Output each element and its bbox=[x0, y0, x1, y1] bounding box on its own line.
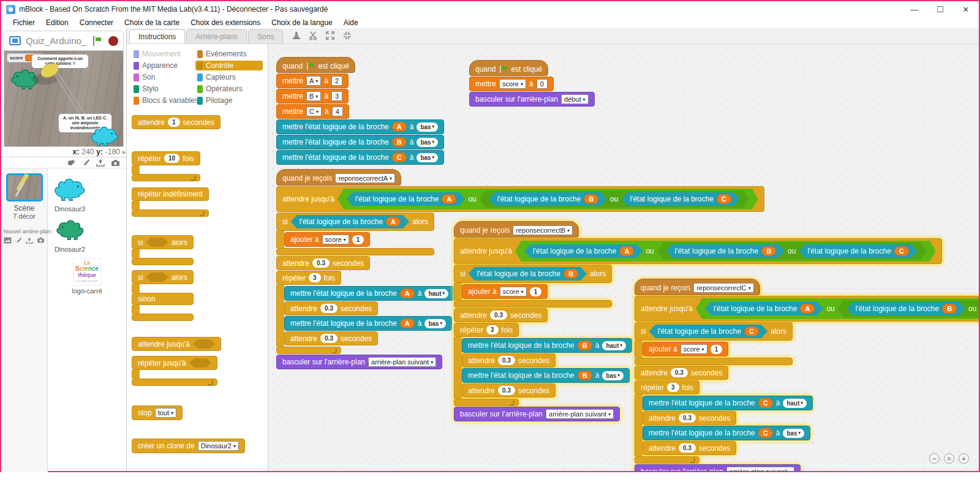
block-number-input[interactable]: 0.3 bbox=[679, 443, 696, 453]
scratch-block[interactable]: sil'état logique de la brocheBalors bbox=[454, 265, 612, 283]
block-dropdown[interactable]: reponsecorrectC▾ bbox=[693, 283, 753, 293]
sensor-hex-block[interactable]: l'état logique de la brocheC bbox=[621, 192, 739, 206]
operator-or-block[interactable]: l'état logique de la brocheAoul'état log… bbox=[337, 189, 758, 209]
sensor-hex-block[interactable]: l'état logique de la brocheA bbox=[291, 215, 409, 228]
sensor-hex-block[interactable]: l'état logique de la brocheB bbox=[847, 302, 965, 315]
camera-icon[interactable] bbox=[111, 159, 120, 167]
variable-oval[interactable]: A bbox=[619, 246, 634, 256]
block-dropdown[interactable]: reponsecorrectA▾ bbox=[335, 173, 395, 183]
variable-oval[interactable]: C bbox=[758, 428, 773, 438]
variable-oval[interactable]: B bbox=[761, 246, 776, 256]
scratch-block[interactable]: sil'état logique de la brocheCalors bbox=[635, 322, 793, 341]
scratch-block[interactable]: attendre0.3secondes bbox=[643, 441, 736, 455]
menu-item[interactable]: Choix de la carte bbox=[119, 18, 185, 27]
scratch-block[interactable]: répéter jusqu'à bbox=[132, 356, 217, 370]
palette-block[interactable]: répéter jusqu'à bbox=[132, 356, 217, 386]
scratch-block[interactable]: attendre0.3secondes bbox=[454, 308, 548, 322]
block-number-input[interactable]: 1 bbox=[710, 345, 723, 354]
script-canvas[interactable]: − = + quandest cliquémettreA▾à2mettreB▾à… bbox=[268, 44, 979, 471]
sensor-hex-block[interactable]: l'état logique de la brocheA bbox=[524, 244, 643, 258]
menu-item[interactable]: Choix des extensions bbox=[185, 18, 266, 27]
block-dropdown[interactable]: Dinosaur2▾ bbox=[198, 441, 239, 451]
scratch-block[interactable]: répéter10fois bbox=[132, 151, 200, 165]
dinosaur3-sprite[interactable] bbox=[89, 123, 121, 147]
scratch-block[interactable]: basculer sur l'arrière-plandébut▾ bbox=[469, 92, 595, 107]
scratch-block[interactable]: quand je reçoisreponsecorrectB▾ bbox=[454, 221, 579, 238]
scratch-c-block[interactable]: répéter3foismettre l'état logique de la … bbox=[454, 323, 632, 406]
camera-backdrop-icon[interactable] bbox=[37, 237, 45, 243]
scratch-block[interactable]: mettre l'état logique de la brocheAàhaut… bbox=[284, 286, 454, 301]
category-apparence[interactable]: Apparence bbox=[132, 61, 195, 70]
variable-oval[interactable]: B bbox=[564, 269, 578, 279]
tab-arrière-plans[interactable]: Arrière-plans bbox=[186, 29, 247, 43]
scratch-block[interactable]: attendre jusqu'àl'état logique de la bro… bbox=[276, 186, 764, 212]
boolean-slot[interactable] bbox=[189, 358, 211, 367]
paint-brush-icon[interactable] bbox=[82, 159, 90, 167]
block-dropdown[interactable]: bas▾ bbox=[783, 429, 804, 438]
variable-oval[interactable]: C bbox=[894, 246, 909, 256]
script-4[interactable]: quand je reçoisreponsecorrectC▾attendre … bbox=[635, 278, 979, 471]
category-capteurs[interactable]: Capteurs bbox=[195, 72, 263, 82]
menu-item[interactable]: Connecter bbox=[74, 18, 119, 27]
scissors-icon[interactable] bbox=[309, 31, 318, 40]
category-ev-nements[interactable]: Evénements bbox=[195, 49, 263, 59]
block-number-input[interactable]: 4 bbox=[332, 107, 343, 116]
upload-backdrop-icon[interactable] bbox=[26, 237, 33, 244]
block-number-input[interactable]: 1 bbox=[352, 235, 364, 244]
tab-instructions[interactable]: Instructions bbox=[129, 29, 185, 43]
stage-view[interactable]: score 0 Comment appelle-t-on cette lumiè… bbox=[4, 50, 124, 147]
sensor-hex-block[interactable]: l'état logique de la brocheA bbox=[347, 192, 465, 206]
block-number-input[interactable]: 0.3 bbox=[498, 356, 515, 365]
category-blocs-variables[interactable]: Blocs & variables bbox=[132, 96, 195, 105]
sprite-item-logo[interactable]: La Science thèque Les objets du savoir l… bbox=[51, 258, 123, 295]
green-flag-icon[interactable] bbox=[91, 36, 104, 47]
scratch-block[interactable]: répéter3fois bbox=[635, 380, 699, 394]
block-dropdown[interactable]: haut▾ bbox=[783, 399, 807, 408]
category-stylo[interactable]: Stylo bbox=[132, 84, 195, 94]
scratch-block[interactable]: mettre l'état logique de la brocheCàhaut… bbox=[643, 396, 813, 410]
operator-or-block[interactable]: l'état logique de la brocheAoul'état log… bbox=[515, 241, 936, 262]
boolean-slot[interactable] bbox=[146, 238, 168, 247]
scratch-block[interactable]: ajouter àscore▾1 bbox=[462, 284, 548, 299]
menu-item[interactable]: Aide bbox=[338, 18, 364, 27]
sensor-hex-block[interactable]: l'état logique de la brocheB bbox=[469, 267, 587, 281]
variable-oval[interactable]: B bbox=[578, 341, 592, 350]
block-number-input[interactable]: 0 bbox=[537, 79, 548, 89]
variable-oval[interactable]: B bbox=[584, 194, 598, 204]
palette-block[interactable]: stoptout▾ bbox=[132, 405, 183, 420]
scratch-block[interactable]: basculer sur l'arrière-planarrière-plan … bbox=[454, 407, 620, 421]
block-number-input[interactable]: 0.3 bbox=[490, 311, 507, 320]
paint-backdrop-icon[interactable] bbox=[15, 237, 22, 244]
block-dropdown[interactable]: B▾ bbox=[306, 91, 321, 101]
block-dropdown[interactable]: bas▾ bbox=[417, 122, 438, 132]
block-number-input[interactable]: 0.3 bbox=[312, 258, 330, 268]
sprite-item-dinosaur2[interactable]: Dinosaur2 bbox=[51, 213, 89, 253]
scratch-block[interactable]: quandest cliqué bbox=[469, 60, 548, 76]
block-dropdown[interactable]: score▾ bbox=[499, 79, 526, 89]
scratch-block[interactable]: quand je reçoisreponsecorrectA▾ bbox=[276, 169, 401, 186]
scratch-block[interactable]: mettreC▾à4 bbox=[276, 104, 349, 119]
scratch-block[interactable]: répéter3fois bbox=[276, 271, 341, 285]
block-dropdown[interactable]: tout▾ bbox=[155, 408, 176, 418]
block-number-input[interactable]: 2 bbox=[331, 76, 342, 86]
block-number-input[interactable]: 3 bbox=[331, 91, 342, 101]
palette-block[interactable]: créer un clone deDinosaur2▾ bbox=[132, 439, 245, 453]
block-dropdown[interactable]: bas▾ bbox=[424, 319, 446, 328]
variable-oval[interactable]: A bbox=[400, 288, 415, 298]
block-dropdown[interactable]: arrière-plan suivant▾ bbox=[726, 467, 794, 471]
sensor-hex-block[interactable]: l'état logique de la brocheA bbox=[705, 302, 823, 315]
operator-or-block[interactable]: l'état logique de la brocheAoul'état log… bbox=[696, 298, 979, 319]
variable-oval[interactable]: A bbox=[800, 304, 815, 314]
scratch-block[interactable]: mettreA▾à2 bbox=[276, 73, 349, 88]
block-dropdown[interactable]: haut▾ bbox=[602, 341, 626, 350]
category-pilotage[interactable]: Pilotage bbox=[195, 96, 263, 105]
scratch-block[interactable]: mettreB▾à3 bbox=[276, 89, 349, 104]
block-number-input[interactable]: 0.3 bbox=[498, 386, 515, 395]
category-contr-le[interactable]: Contrôle bbox=[195, 61, 263, 70]
scratch-block[interactable]: répéter indéfiniment bbox=[132, 187, 209, 201]
block-number-input[interactable]: 0.3 bbox=[671, 368, 688, 377]
menu-item[interactable]: Fichier bbox=[7, 18, 40, 27]
variable-oval[interactable]: A bbox=[442, 194, 456, 204]
variable-oval[interactable]: B bbox=[578, 371, 592, 380]
boolean-slot[interactable] bbox=[146, 273, 168, 282]
